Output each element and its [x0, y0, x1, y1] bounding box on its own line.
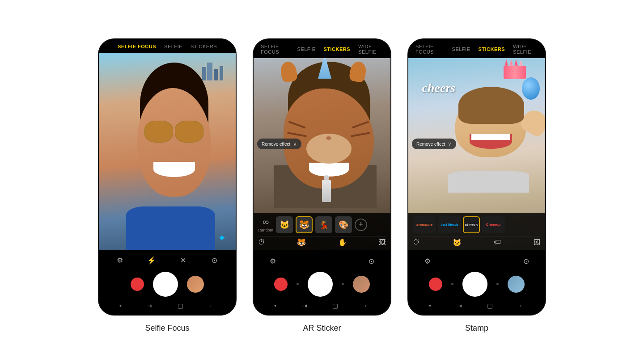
sticker-gallery-icon-3[interactable]: 🖼: [534, 238, 541, 246]
settings-icon-1[interactable]: ⚙: [115, 256, 125, 265]
nav-selfie-2[interactable]: SELFIE: [297, 46, 316, 52]
nav-dot-icon-1: •: [119, 302, 122, 309]
selfie-preview-bg: ✦: [99, 53, 236, 250]
camera-controls-1: ⚙ ⚡ ✕ ⊙ • ⇥ ▢ ←: [99, 250, 236, 315]
nav-wide-selfie-3[interactable]: WIDE SELFIE: [513, 44, 538, 55]
sticker-face-icon-3[interactable]: 🐱: [453, 238, 462, 247]
phone-label-2: AR Sticker: [303, 324, 341, 333]
nav-back-icon-2[interactable]: ←: [364, 302, 370, 309]
sticker-bar-3: awesome best friends cheers Cheerup: [408, 213, 545, 250]
sticker-item-3[interactable]: 💃: [315, 216, 332, 233]
stamp-awesome-text: awesome: [416, 223, 432, 227]
camera-controls-3: ⚙ ⊙ • ⇥ ▢ ←: [408, 250, 545, 315]
nav-selfie-focus-3[interactable]: SELFIE FOCUS: [415, 44, 444, 55]
nav-selfie-focus-1[interactable]: SELFIE FOCUS: [118, 44, 156, 49]
shutter-button-2[interactable]: [308, 272, 333, 297]
nav-back-icon-1[interactable]: ←: [209, 302, 215, 309]
nav-square-icon-3[interactable]: ▢: [487, 302, 493, 309]
settings-icon-3[interactable]: ⚙: [423, 257, 432, 266]
stamp-cheerup[interactable]: Cheerup: [482, 216, 505, 233]
nav-selfie-3[interactable]: SELFIE: [452, 46, 470, 52]
infinity-icon[interactable]: ∞: [263, 217, 269, 227]
camera-icons-row-1: ⚙ ⚡ ✕ ⊙: [106, 254, 229, 267]
stamp-cheers[interactable]: cheers: [463, 216, 480, 233]
thumbnail-2[interactable]: [353, 276, 370, 293]
phone-frame-2: SELFIE FOCUS SELFIE STICKERS WIDE SELFIE: [253, 38, 391, 316]
nav-wide-selfie-2[interactable]: WIDE SELFIE: [358, 44, 383, 55]
stamp-bestfriends-text: best friends: [441, 223, 458, 226]
record-button-2[interactable]: [274, 278, 288, 291]
city-silhouette: [202, 63, 229, 80]
face: [137, 88, 211, 197]
sticker-item-selected[interactable]: 🐯: [296, 216, 313, 233]
settings-icon-2[interactable]: ⚙: [268, 257, 278, 266]
switch-camera-icon-2[interactable]: ⊙: [366, 257, 376, 266]
nav-selfie-focus-2[interactable]: SELFIE FOCUS: [261, 44, 289, 55]
chevron-down-icon-3: ∨: [448, 141, 452, 147]
shutter-button-3[interactable]: [462, 272, 487, 297]
flash-icon-1[interactable]: ⚡: [147, 256, 157, 265]
nav-mode-icon-3[interactable]: ⇥: [457, 302, 462, 309]
stamp-cheerup-text: Cheerup: [486, 223, 500, 227]
timer-icon-1[interactable]: ✕: [178, 256, 188, 265]
shutter-row-2: [261, 269, 383, 299]
sticker-face-icon[interactable]: 🐯: [297, 238, 306, 247]
shutter-dot-left-3: [451, 283, 453, 285]
stripe-3: [352, 121, 369, 129]
shirt: [126, 206, 215, 250]
phone-frame-1: SELFIE FOCUS SELFIE STICKERS: [98, 38, 237, 316]
remove-effect-tooltip-3[interactable]: Remove effect ∨: [412, 139, 456, 149]
sticker-item-1[interactable]: 🐱: [276, 216, 293, 233]
phone-ar-sticker: SELFIE FOCUS SELFIE STICKERS WIDE SELFIE: [253, 38, 391, 333]
bottle: [322, 180, 331, 202]
record-button-1[interactable]: [131, 278, 144, 291]
phone-frame-3: SELFIE FOCUS SELFIE STICKERS WIDE SELFIE…: [407, 38, 546, 316]
nav-selfie-1[interactable]: SELFIE: [164, 44, 182, 49]
stamp-hair: [458, 87, 524, 124]
sticker-gallery-icon[interactable]: 🖼: [379, 238, 386, 246]
remove-effect-text-2: Remove effect: [262, 142, 290, 147]
record-button-3[interactable]: [429, 278, 442, 291]
nav-stickers-2[interactable]: STICKERS: [323, 46, 350, 52]
stamp-awesome[interactable]: awesome: [413, 216, 436, 233]
switch-camera-icon-1[interactable]: ⊙: [210, 256, 220, 265]
sticker-gesture-icon[interactable]: ✋: [338, 238, 347, 247]
switch-camera-icon-3[interactable]: ⊙: [521, 257, 531, 266]
stamp-teeth: [471, 134, 510, 140]
nav-back-icon-3[interactable]: ←: [518, 302, 525, 309]
nav-square-icon-1[interactable]: ▢: [178, 302, 183, 309]
nav-mode-icon-1[interactable]: ⇥: [147, 302, 153, 309]
sticker-add-btn[interactable]: +: [355, 219, 367, 231]
shutter-dot-right-3: [496, 283, 499, 285]
cam-settings-row-2: ⚙ ⊙: [261, 254, 383, 269]
sticker-bar-2: ∞ Random 🐱 🐯 💃 🎨 + ⏱ 🐯 ✋: [254, 213, 390, 250]
nav-bottom-row-3: • ⇥ ▢ ←: [415, 299, 538, 311]
sticker-timer-icon-3[interactable]: ⏱: [413, 238, 420, 246]
nav-mode-icon-2[interactable]: ⇥: [302, 302, 307, 309]
sticker-label-icon-3[interactable]: 🏷: [494, 238, 501, 246]
nav-square-icon-2[interactable]: ▢: [332, 302, 338, 309]
stripe-4: [351, 132, 370, 137]
remove-effect-tooltip-2[interactable]: Remove effect ∨: [257, 139, 301, 149]
phone-stamp: SELFIE FOCUS SELFIE STICKERS WIDE SELFIE…: [407, 38, 546, 333]
sticker-item-4[interactable]: 🎨: [335, 216, 352, 233]
thumbnail-1[interactable]: [187, 276, 204, 293]
stamp-shirt: [448, 171, 529, 192]
phone-selfie-focus: SELFIE FOCUS SELFIE STICKERS: [98, 38, 237, 333]
stamp-best-friends[interactable]: best friends: [438, 216, 461, 233]
thumbnail-3[interactable]: [508, 276, 525, 293]
stripe-1: [288, 121, 306, 129]
blue-balloon: [522, 77, 540, 100]
sticker-timer-icon[interactable]: ⏱: [258, 238, 265, 246]
chevron-down-icon-2: ∨: [293, 141, 297, 147]
shutter-button-1[interactable]: [153, 272, 178, 297]
bottle-cap: [324, 175, 329, 181]
nav-stickers-1[interactable]: STICKERS: [191, 44, 217, 49]
camera-controls-2: ⚙ ⊙ • ⇥ ▢ ←: [254, 250, 390, 315]
stamp-strip: awesome best friends cheers Cheerup: [413, 216, 541, 233]
tiger-nose: [326, 136, 331, 140]
tiger-snout: [306, 134, 352, 164]
sticker-infinity-col: ∞ Random: [258, 217, 273, 232]
nav-stickers-3[interactable]: STICKERS: [478, 46, 505, 52]
shutter-row-1: [106, 269, 229, 299]
